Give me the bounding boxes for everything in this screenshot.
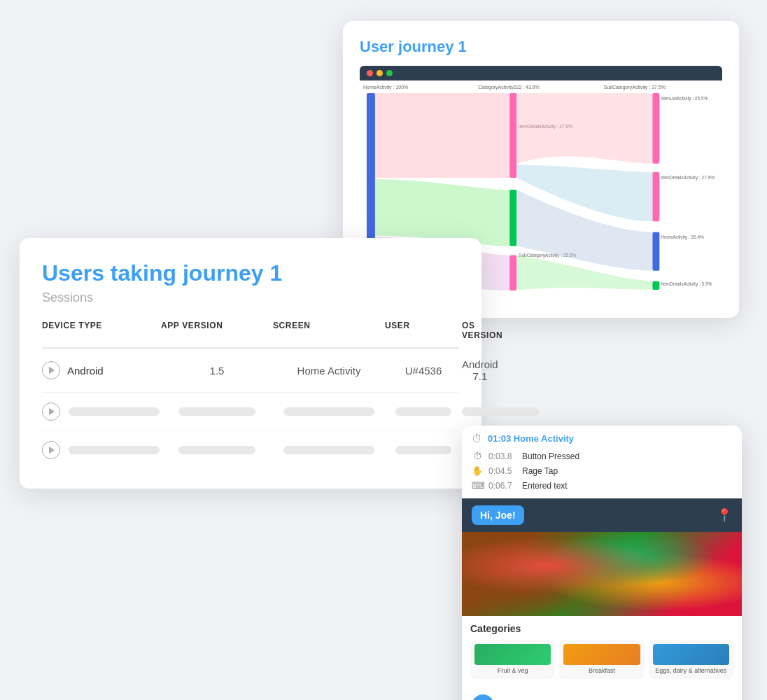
sessions-card: Users taking journey 1 Sessions DEVICE T… <box>20 238 481 489</box>
device-label: Android <box>67 365 104 377</box>
table-row: Android 1.5 Home Activity U#4536 Android… <box>42 349 459 393</box>
event-icon-0: ⏱ <box>472 451 483 461</box>
video-header: ⏱ 01:03 Home Activity <box>462 426 742 449</box>
play-icon <box>49 447 55 454</box>
col-user: USER <box>385 321 462 340</box>
svg-rect-6 <box>509 190 516 246</box>
col-device-type: DEVICE TYPE <box>42 321 161 340</box>
browser-bar <box>360 66 722 80</box>
phone-top-bar: Hi, Joe! 📍 <box>462 498 742 532</box>
event-time-0: 0:03.8 <box>488 451 516 461</box>
skeleton-version <box>178 407 255 416</box>
clock-icon: ⏱ <box>472 433 482 444</box>
svg-rect-11 <box>652 281 659 290</box>
video-card: ⏱ 01:03 Home Activity ⏱ 0:03.8 Button Pr… <box>462 426 742 700</box>
col-screen: SCREEN <box>273 321 385 340</box>
col-app-version: APP VERSION <box>161 321 273 340</box>
video-controls <box>462 687 742 700</box>
col-os-version: OS VERSION <box>462 321 502 340</box>
svg-text:HomeActivity : 20.4%: HomeActivity : 20.4% <box>661 234 704 240</box>
cell-device-skeleton <box>42 441 161 459</box>
cell-os: Android 7.1 <box>462 358 498 382</box>
svg-rect-8 <box>652 93 659 164</box>
video-timestamp: 01:03 Home Activity <box>488 433 574 444</box>
svg-text:HomeActivity : 100%: HomeActivity : 100% <box>363 85 408 90</box>
browser-dot-yellow <box>377 70 383 76</box>
video-screen: Hi, Joe! 📍 Categories Fruit & veg Breakf… <box>462 498 742 687</box>
skeleton-version <box>178 446 255 454</box>
play-icon <box>49 367 55 374</box>
cell-screen: Home Activity <box>273 365 385 377</box>
svg-rect-5 <box>509 93 516 178</box>
svg-text:CategoryActivity222 : 43.6%: CategoryActivity222 : 43.6% <box>478 85 539 90</box>
browser-dot-green <box>386 70 393 76</box>
cell-device-type: Android <box>42 361 161 379</box>
video-events: ⏱ 0:03.8 Button Pressed ✋ 0:04.5 Rage Ta… <box>462 449 742 498</box>
event-label-0: Button Pressed <box>522 451 579 461</box>
category-item-dairy: Eggs, dairy & alternatives <box>649 640 733 679</box>
event-time-1: 0:04.5 <box>488 466 516 476</box>
sessions-heading: Users taking journey 1 <box>42 260 459 286</box>
event-icon-2: ⌨ <box>472 480 483 491</box>
skeleton-device <box>69 446 160 454</box>
svg-rect-9 <box>652 172 659 221</box>
cat-image-dairy <box>653 644 729 665</box>
cell-app-version: 1.5 <box>161 365 273 377</box>
svg-text:ItemDetailsActivity : 3.9%: ItemDetailsActivity : 3.9% <box>661 281 712 287</box>
skeleton-user <box>395 446 451 454</box>
food-overlay <box>462 532 742 616</box>
category-item-breakfast: Breakfast <box>559 640 644 679</box>
play-icon <box>49 408 55 415</box>
skeleton-os <box>462 407 539 416</box>
svg-text:SubCategoryActivity : 37.5%: SubCategoryActivity : 37.5% <box>604 85 666 90</box>
svg-text:ItemDetailsActivity : 27.9%: ItemDetailsActivity : 27.9% <box>661 175 715 181</box>
journey-title: User journey 1 <box>360 38 722 56</box>
cat-image-breakfast <box>563 644 640 665</box>
play-button[interactable] <box>42 441 60 459</box>
event-label-1: Rage Tap <box>522 466 558 476</box>
browser-dot-red <box>367 70 373 76</box>
event-time-2: 0:06.7 <box>488 481 516 491</box>
play-button[interactable] <box>42 402 60 421</box>
location-icon: 📍 <box>717 507 732 523</box>
skeleton-user <box>395 407 451 416</box>
svg-rect-7 <box>509 255 516 290</box>
pause-button[interactable] <box>472 694 494 700</box>
play-button[interactable] <box>42 361 60 379</box>
category-item-fruit: Fruit & veg <box>470 640 555 679</box>
categories-grid: Fruit & veg Breakfast Eggs, dairy & alte… <box>470 640 733 679</box>
cat-label-fruit: Fruit & veg <box>474 667 551 675</box>
event-row: ⌨ 0:06.7 Entered text <box>472 478 732 493</box>
svg-rect-10 <box>652 232 659 270</box>
skeleton-screen <box>283 446 374 454</box>
food-image <box>462 532 742 616</box>
phone-content: Hi, Joe! 📍 Categories Fruit & veg Breakf… <box>462 498 742 687</box>
cat-label-breakfast: Breakfast <box>563 667 640 675</box>
table-row <box>42 393 459 431</box>
table-row <box>42 431 459 469</box>
table-header: DEVICE TYPE APP VERSION SCREEN USER OS V… <box>42 321 459 349</box>
greeting-label: Hi, Joe! <box>472 505 524 525</box>
skeleton-device <box>69 407 160 416</box>
event-icon-1: ✋ <box>472 465 483 476</box>
cat-image-fruit <box>474 644 551 665</box>
cell-user: U#4536 <box>385 365 462 377</box>
categories-title: Categories <box>470 623 733 634</box>
cell-device-skeleton <box>42 402 161 421</box>
event-row: ⏱ 0:03.8 Button Pressed <box>472 449 732 463</box>
cat-label-dairy: Eggs, dairy & alternatives <box>653 667 729 675</box>
sessions-sub-label: Sessions <box>42 290 459 305</box>
event-row: ✋ 0:04.5 Rage Tap <box>472 463 732 478</box>
skeleton-screen <box>283 407 374 416</box>
event-label-2: Entered text <box>522 481 568 491</box>
phone-categories: Categories Fruit & veg Breakfast Eggs, d… <box>462 616 742 687</box>
svg-text:ItemListActivity : 25.5%: ItemListActivity : 25.5% <box>661 96 708 102</box>
